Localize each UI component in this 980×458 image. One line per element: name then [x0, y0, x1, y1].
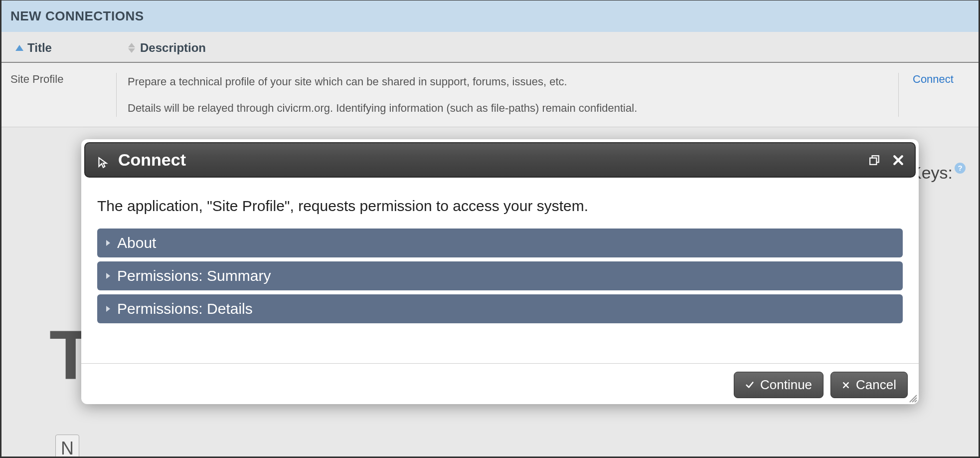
column-header-description[interactable]: Description [116, 41, 979, 55]
accordion: About Permissions: Summary Permissions: … [97, 229, 903, 323]
table-header: Title Description [1, 32, 979, 63]
continue-button[interactable]: Continue [734, 372, 823, 398]
help-icon[interactable]: ? [955, 163, 966, 174]
accordion-about[interactable]: About [97, 229, 903, 257]
caret-right-icon [106, 306, 110, 312]
check-icon [745, 377, 754, 393]
close-icon[interactable] [893, 155, 904, 166]
accordion-permissions-summary[interactable]: Permissions: Summary [97, 261, 903, 290]
cursor-icon [96, 154, 109, 167]
sort-neutral-icon [128, 43, 135, 53]
svg-rect-1 [870, 158, 876, 164]
caret-right-icon [106, 240, 110, 246]
accordion-permissions-details[interactable]: Permissions: Details [97, 294, 903, 323]
cancel-button[interactable]: Cancel [830, 372, 908, 398]
background-text-fragment-2: N [55, 435, 79, 458]
caret-right-icon [106, 273, 110, 279]
x-icon [842, 377, 850, 393]
accordion-about-label: About [117, 234, 156, 251]
cancel-label: Cancel [856, 377, 896, 393]
page-header: NEW CONNECTIONS [1, 0, 979, 32]
connect-dialog: Connect The application, "Site Profile",… [81, 139, 919, 404]
column-title-label: Title [27, 41, 52, 55]
dialog-message: The application, "Site Profile", request… [97, 198, 903, 215]
accordion-perm-summary-label: Permissions: Summary [117, 267, 271, 284]
row-description: Prepare a technical profile of your site… [116, 73, 899, 117]
column-description-label: Description [140, 41, 206, 55]
accordion-perm-details-label: Permissions: Details [117, 300, 253, 317]
column-header-title[interactable]: Title [1, 41, 116, 55]
sort-asc-icon [15, 45, 23, 51]
resize-grip-icon[interactable] [908, 393, 918, 403]
continue-label: Continue [760, 377, 812, 393]
table-row: Site Profile Prepare a technical profile… [1, 63, 979, 127]
row-action: Connect [899, 73, 979, 117]
row-title: Site Profile [1, 73, 116, 117]
row-desc-line2: Details will be relayed through civicrm.… [128, 99, 887, 117]
restore-icon[interactable] [869, 155, 880, 166]
dialog-title: Connect [118, 150, 186, 170]
page-title: NEW CONNECTIONS [10, 8, 144, 23]
dialog-footer: Continue Cancel [81, 363, 919, 404]
connect-link[interactable]: Connect [913, 73, 954, 85]
dialog-titlebar[interactable]: Connect [84, 142, 916, 178]
dialog-body: The application, "Site Profile", request… [81, 181, 919, 328]
row-desc-line1: Prepare a technical profile of your site… [128, 73, 887, 90]
